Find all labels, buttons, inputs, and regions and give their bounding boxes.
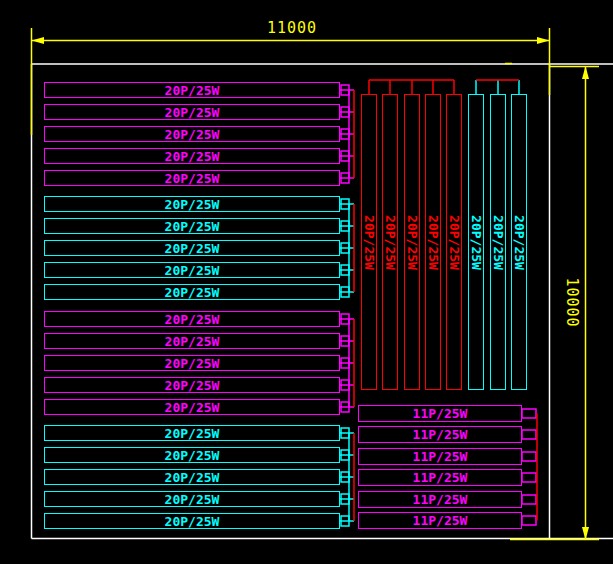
- lamp-bar-horizontal: 20P/25W: [44, 148, 340, 164]
- lamp-bars-layer: 20P/25W20P/25W20P/25W20P/25W20P/25W20P/2…: [0, 0, 613, 564]
- bar-label: 20P/25W: [165, 172, 220, 185]
- lamp-bar-vertical: 20P/25W: [446, 94, 462, 390]
- lamp-bar-vertical: 20P/25W: [511, 94, 527, 390]
- bar-label: 20P/25W: [165, 449, 220, 462]
- lamp-bar-horizontal: 20P/25W: [44, 399, 340, 415]
- bar-label: 20P/25W: [165, 427, 220, 440]
- bar-label: 20P/25W: [165, 84, 220, 97]
- bar-label: 20P/25W: [513, 215, 526, 270]
- lamp-bar-horizontal: 20P/25W: [44, 104, 340, 120]
- bar-label: 20P/25W: [165, 335, 220, 348]
- bar-label: 20P/25W: [470, 215, 483, 270]
- lamp-bar-horizontal: 20P/25W: [44, 240, 340, 256]
- lamp-bar-vertical: 20P/25W: [490, 94, 506, 390]
- lamp-bar-vertical: 20P/25W: [382, 94, 398, 390]
- bar-label: 20P/25W: [448, 215, 461, 270]
- lamp-bar-vertical: 20P/25W: [361, 94, 377, 390]
- lamp-bar-horizontal: 20P/25W: [44, 469, 340, 485]
- lamp-bar-horizontal: 20P/25W: [44, 284, 340, 300]
- lamp-bar-horizontal: 20P/25W: [44, 447, 340, 463]
- bar-label: 20P/25W: [165, 128, 220, 141]
- lamp-bar-horizontal: 20P/25W: [44, 311, 340, 327]
- lamp-bar-horizontal: 20P/25W: [44, 513, 340, 529]
- bar-label: 11P/25W: [413, 471, 468, 484]
- bar-label: 20P/25W: [165, 106, 220, 119]
- bar-label: 20P/25W: [165, 493, 220, 506]
- lamp-bar-horizontal: 11P/25W: [358, 426, 522, 443]
- lamp-bar-horizontal: 20P/25W: [44, 126, 340, 142]
- bar-label: 20P/25W: [165, 471, 220, 484]
- bar-label: 20P/25W: [165, 264, 220, 277]
- lamp-bar-horizontal: 11P/25W: [358, 512, 522, 529]
- lamp-bar-vertical: 20P/25W: [404, 94, 420, 390]
- bar-label: 20P/25W: [165, 198, 220, 211]
- bar-label: 20P/25W: [427, 215, 440, 270]
- bar-label: 20P/25W: [165, 242, 220, 255]
- bar-label: 20P/25W: [165, 515, 220, 528]
- lamp-bar-vertical: 20P/25W: [468, 94, 484, 390]
- lamp-bar-horizontal: 11P/25W: [358, 469, 522, 486]
- bar-label: 11P/25W: [413, 428, 468, 441]
- cad-drawing-canvas: 20P/25W20P/25W20P/25W20P/25W20P/25W20P/2…: [0, 0, 613, 564]
- bar-label: 20P/25W: [406, 215, 419, 270]
- bar-label: 11P/25W: [413, 407, 468, 420]
- bar-label: 20P/25W: [165, 313, 220, 326]
- lamp-bar-vertical: 20P/25W: [425, 94, 441, 390]
- bar-label: 20P/25W: [165, 286, 220, 299]
- dimension-right-label: 10000: [563, 263, 580, 343]
- lamp-bar-horizontal: 20P/25W: [44, 333, 340, 349]
- lamp-bar-horizontal: 20P/25W: [44, 196, 340, 212]
- lamp-bar-horizontal: 20P/25W: [44, 218, 340, 234]
- bar-label: 11P/25W: [413, 450, 468, 463]
- lamp-bar-horizontal: 11P/25W: [358, 448, 522, 465]
- lamp-bar-horizontal: 20P/25W: [44, 491, 340, 507]
- bar-label: 20P/25W: [165, 379, 220, 392]
- lamp-bar-horizontal: 20P/25W: [44, 262, 340, 278]
- lamp-bar-horizontal: 20P/25W: [44, 170, 340, 186]
- lamp-bar-horizontal: 20P/25W: [44, 377, 340, 393]
- bar-label: 20P/25W: [165, 220, 220, 233]
- bar-label: 20P/25W: [492, 215, 505, 270]
- bar-label: 20P/25W: [384, 215, 397, 270]
- bar-label: 11P/25W: [413, 493, 468, 506]
- bar-label: 20P/25W: [363, 215, 376, 270]
- lamp-bar-horizontal: 11P/25W: [358, 491, 522, 508]
- bar-label: 20P/25W: [165, 401, 220, 414]
- bar-label: 20P/25W: [165, 357, 220, 370]
- lamp-bar-horizontal: 11P/25W: [358, 405, 522, 422]
- lamp-bar-horizontal: 20P/25W: [44, 82, 340, 98]
- lamp-bar-horizontal: 20P/25W: [44, 425, 340, 441]
- dimension-top-label: 11000: [252, 20, 332, 37]
- bar-label: 11P/25W: [413, 514, 468, 527]
- bar-label: 20P/25W: [165, 150, 220, 163]
- lamp-bar-horizontal: 20P/25W: [44, 355, 340, 371]
